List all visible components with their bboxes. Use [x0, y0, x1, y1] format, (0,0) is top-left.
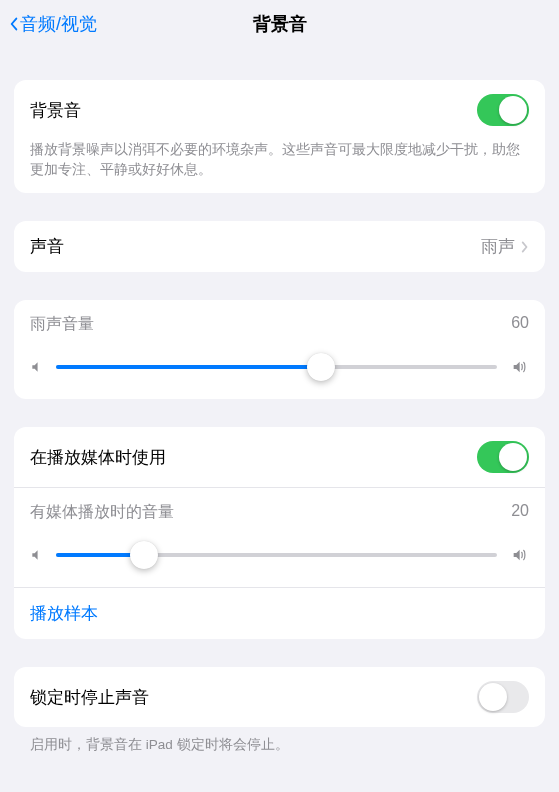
back-label: 音频/视觉 [20, 12, 97, 36]
block-volume: 雨声音量 60 [14, 300, 545, 399]
chevron-right-icon [521, 240, 529, 254]
block-media-volume: 有媒体播放时的音量 20 [14, 487, 545, 587]
nav-bar: 音频/视觉 背景音 [0, 0, 559, 48]
toggle-media-use[interactable] [477, 441, 529, 473]
toggle-lock-stop[interactable] [477, 681, 529, 713]
chevron-left-icon [10, 17, 18, 31]
volume-low-icon [30, 548, 44, 562]
group-sound: 声音 雨声 [14, 221, 545, 272]
group-background-sound: 背景音 播放背景噪声以消弭不必要的环境杂声。这些声音可最大限度地减少干扰，助您更… [14, 80, 545, 193]
volume-low-icon [30, 360, 44, 374]
desc-background-sound: 播放背景噪声以消弭不必要的环境杂声。这些声音可最大限度地减少干扰，助您更加专注、… [14, 140, 545, 193]
toggle-background-sound[interactable] [477, 94, 529, 126]
row-lock-stop[interactable]: 锁定时停止声音 [14, 667, 545, 727]
label-background-sound: 背景音 [30, 99, 477, 122]
value-sound: 雨声 [481, 235, 515, 258]
label-media-use: 在播放媒体时使用 [30, 446, 477, 469]
group-volume: 雨声音量 60 [14, 300, 545, 399]
label-volume: 雨声音量 [30, 314, 94, 335]
row-media-use[interactable]: 在播放媒体时使用 [14, 427, 545, 487]
play-sample-button[interactable]: 播放样本 [14, 587, 545, 639]
row-background-sound[interactable]: 背景音 [14, 80, 545, 140]
desc-lock-stop: 启用时，背景音在 iPad 锁定时将会停止。 [0, 727, 559, 755]
value-media-volume: 20 [511, 502, 529, 523]
label-media-volume: 有媒体播放时的音量 [30, 502, 174, 523]
slider-volume[interactable] [56, 353, 497, 381]
label-sound: 声音 [30, 235, 481, 258]
label-lock-stop: 锁定时停止声音 [30, 686, 477, 709]
row-sound[interactable]: 声音 雨声 [14, 221, 545, 272]
back-button[interactable]: 音频/视觉 [10, 12, 97, 36]
slider-media-volume[interactable] [56, 541, 497, 569]
group-lock-stop: 锁定时停止声音 [14, 667, 545, 727]
volume-high-icon [509, 359, 529, 375]
volume-high-icon [509, 547, 529, 563]
group-media: 在播放媒体时使用 有媒体播放时的音量 20 播放样本 [14, 427, 545, 639]
value-volume: 60 [511, 314, 529, 335]
